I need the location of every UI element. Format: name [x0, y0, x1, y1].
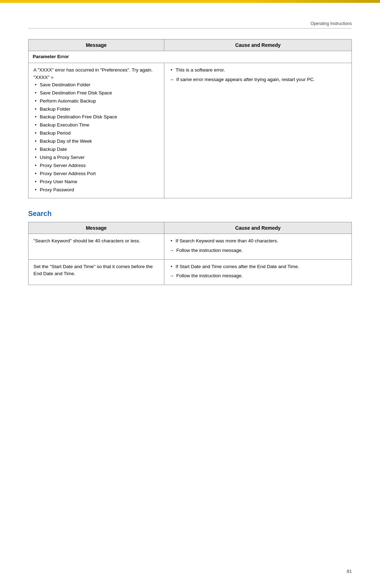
list-item: Backup Destination Free Disk Space: [33, 113, 159, 121]
cause-arrow-item: If same error message appears after tryi…: [169, 76, 347, 83]
list-item: Backup Execution Time: [33, 122, 159, 129]
col-cause-header: Cause and Remedy: [164, 39, 352, 51]
param-error-cause-cell: This is a software error. If same error …: [164, 63, 352, 198]
param-error-message-cell: A "XXXX" error has occurred in "Preferen…: [28, 63, 164, 198]
list-item: If Start Date and Time comes after the E…: [169, 263, 347, 271]
list-item: Backup Day of the Week: [33, 138, 159, 145]
message-intro: A "XXXX" error has occurred in "Preferen…: [33, 67, 153, 73]
col-message-header: Message: [28, 39, 164, 51]
search-section-title: Search: [28, 210, 352, 218]
list-item: Backup Period: [33, 130, 159, 137]
list-item: Proxy Server Address Port: [33, 170, 159, 178]
search-col-cause-header: Cause and Remedy: [164, 222, 352, 234]
param-error-section-row: Parameter Error: [28, 51, 352, 63]
search-row-1-cause: If Search Keyword was more than 40 chara…: [164, 234, 352, 259]
search-row-2-message: Set the "Start Date and Time" so that it…: [28, 259, 164, 285]
arrow-item: Follow the instruction message.: [169, 272, 347, 280]
page-number: 81: [347, 569, 352, 574]
param-error-label: Parameter Error: [28, 51, 352, 63]
cause-bullet-item: This is a software error.: [169, 67, 347, 74]
list-item: Backup Folder: [33, 106, 159, 113]
search-col-message-header: Message: [28, 222, 164, 234]
error-bullet-list: Save Destination Folder Save Destination…: [33, 81, 159, 194]
list-item: Using a Proxy Server: [33, 154, 159, 161]
list-item: Perform Automatic Backup: [33, 98, 159, 105]
list-item: If Search Keyword was more than 40 chara…: [169, 237, 347, 245]
list-item: Backup Date: [33, 146, 159, 153]
search-row-2: Set the "Start Date and Time" so that it…: [28, 259, 352, 285]
list-item: Save Destination Free Disk Space: [33, 89, 159, 97]
search-row-1-message: "Search Keyword" should be 40 characters…: [28, 234, 164, 259]
header-label: Operating Instructions: [28, 21, 352, 29]
list-item: Save Destination Folder: [33, 81, 159, 89]
xxxx-label: "XXXX" =: [33, 75, 53, 80]
top-accent-bar: [0, 0, 380, 3]
list-item: Proxy User Name: [33, 178, 159, 186]
operating-instructions-label: Operating Instructions: [311, 21, 352, 26]
cause-bullet-list: This is a software error.: [169, 67, 347, 74]
arrow-item: Follow the instruction message.: [169, 247, 347, 254]
param-error-content-row: A "XXXX" error has occurred in "Preferen…: [28, 63, 352, 198]
parameter-error-table: Message Cause and Remedy Parameter Error…: [28, 39, 352, 198]
list-item: Proxy Server Address: [33, 162, 159, 169]
list-item: Proxy Password: [33, 186, 159, 194]
search-row-1: "Search Keyword" should be 40 characters…: [28, 234, 352, 259]
search-row-2-cause: If Start Date and Time comes after the E…: [164, 259, 352, 285]
search-table: Message Cause and Remedy "Search Keyword…: [28, 222, 352, 285]
